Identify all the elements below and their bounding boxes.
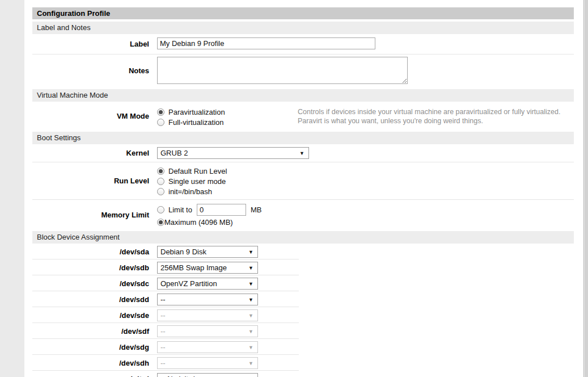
vm-mode-label: VM Mode	[32, 102, 153, 130]
device-label: initrd	[32, 371, 153, 377]
radio-unchecked-icon[interactable]	[157, 206, 164, 213]
device-field-area: -- ▼	[153, 339, 574, 355]
dropdown-arrow-icon: ▼	[248, 313, 253, 319]
memory-limit-input[interactable]	[197, 204, 246, 216]
device-select-initrd[interactable]: -- No initrd -- ▼	[157, 373, 258, 377]
limit-to-label: Limit to	[168, 206, 192, 214]
run-level-option-default[interactable]: Default Run Level	[157, 166, 574, 176]
notes-field-area	[153, 55, 574, 87]
run-level-option-init-bin-bash[interactable]: init=/bin/bash	[157, 186, 574, 196]
section-heading-boot-settings: Boot Settings	[32, 132, 574, 144]
section-heading-block-device-assignment: Block Device Assignment	[32, 231, 574, 244]
dropdown-arrow-icon: ▼	[248, 329, 253, 334]
device-selected-value: Debian 9 Disk	[160, 248, 245, 256]
device-field-area: Debian 9 Disk ▼	[153, 244, 574, 259]
device-label: /dev/sdc	[32, 275, 153, 291]
device-row-initrd: initrd -- No initrd -- ▼	[32, 371, 574, 377]
dropdown-arrow-icon: ▼	[299, 150, 304, 156]
device-row-sdb: /dev/sdb 256MB Swap Image ▼	[32, 259, 574, 275]
memory-limit-label: Memory Limit	[32, 200, 153, 230]
device-selected-value: --	[160, 343, 245, 351]
run-level-label: Run Level	[32, 162, 153, 199]
radio-unchecked-icon[interactable]	[157, 119, 164, 126]
radio-unchecked-icon[interactable]	[157, 188, 164, 195]
page: Configuration Profile Label and Notes La…	[0, 0, 588, 377]
device-field-area: -- ▼	[153, 291, 574, 307]
radio-option-label: Full-virtualization	[168, 118, 224, 127]
device-select-sda[interactable]: Debian 9 Disk ▼	[157, 246, 258, 258]
dropdown-arrow-icon: ▼	[248, 297, 253, 303]
radio-option-label: Maximum (4096 MB)	[164, 218, 233, 227]
dropdown-arrow-icon: ▼	[248, 345, 253, 350]
device-label: /dev/sdb	[32, 259, 153, 275]
radio-checked-icon[interactable]	[157, 219, 164, 226]
scrollbar-thumb[interactable]	[585, 0, 588, 377]
memory-limit-row: Memory Limit Limit to MB Maximum (4096 M…	[32, 200, 574, 230]
device-field-area: -- No initrd -- ▼	[153, 371, 574, 377]
label-field-label: Label	[32, 34, 153, 54]
device-row-sde: /dev/sde -- ▼	[32, 307, 574, 323]
device-select-sdf: -- ▼	[157, 325, 258, 337]
radio-option-label: Paravirtualization	[168, 108, 225, 116]
device-label: /dev/sde	[32, 307, 153, 323]
device-label: /dev/sdg	[32, 339, 153, 355]
label-row: Label	[32, 34, 574, 55]
device-selected-value: --	[160, 327, 245, 336]
help-line: Controls if devices inside your virtual …	[298, 107, 574, 116]
radio-unchecked-icon[interactable]	[157, 178, 164, 185]
memory-limit-option-maximum[interactable]: Maximum (4096 MB)	[157, 217, 574, 227]
device-select-sdh: -- ▼	[157, 357, 258, 369]
device-selected-value: --	[160, 295, 245, 304]
device-select-sdd[interactable]: -- ▼	[157, 294, 258, 305]
device-row-sdg: /dev/sdg -- ▼	[32, 339, 574, 355]
device-selected-value: --	[160, 311, 245, 320]
device-label: /dev/sda	[32, 244, 153, 259]
label-input[interactable]	[157, 37, 375, 49]
section-heading-virtual-machine-mode: Virtual Machine Mode	[32, 89, 574, 102]
section-heading-label-and-notes: Label and Notes	[32, 22, 574, 34]
vm-mode-row: VM Mode Paravirtualization Full-virtuali…	[32, 102, 574, 130]
vertical-scrollbar[interactable]	[583, 0, 588, 377]
radio-checked-icon[interactable]	[157, 108, 164, 116]
device-field-area: OpenVZ Partition ▼	[153, 275, 574, 291]
device-field-area: -- ▼	[153, 355, 574, 371]
memory-limit-options: Limit to MB Maximum (4096 MB)	[153, 200, 574, 230]
help-line: Paravirt is what you want, unless you're…	[298, 116, 574, 125]
dropdown-arrow-icon: ▼	[248, 281, 253, 287]
device-select-sdg: -- ▼	[157, 341, 258, 353]
form-title: Configuration Profile	[32, 7, 574, 19]
memory-limit-option-limit-to[interactable]: Limit to MB	[157, 203, 574, 216]
device-row-sdf: /dev/sdf -- ▼	[32, 323, 574, 339]
dropdown-arrow-icon: ▼	[248, 249, 253, 255]
device-selected-value: -- No initrd --	[160, 375, 245, 377]
dropdown-arrow-icon: ▼	[248, 361, 253, 366]
device-row-sda: /dev/sda Debian 9 Disk ▼	[32, 244, 574, 259]
device-row-sdh: /dev/sdh -- ▼	[32, 355, 574, 371]
device-label: /dev/sdf	[32, 323, 153, 339]
radio-option-label: Default Run Level	[168, 167, 227, 175]
notes-field-label: Notes	[32, 55, 153, 87]
run-level-options: Default Run Level Single user mode init=…	[153, 162, 574, 199]
dropdown-arrow-icon: ▼	[248, 265, 253, 271]
device-select-sdb[interactable]: 256MB Swap Image ▼	[157, 262, 258, 274]
device-field-area: -- ▼	[153, 323, 574, 339]
memory-unit-label: MB	[251, 206, 262, 214]
kernel-row: Kernel GRUB 2 ▼	[32, 144, 574, 162]
notes-textarea[interactable]	[157, 57, 408, 84]
device-select-sde: -- ▼	[157, 309, 258, 321]
label-field-area	[153, 34, 574, 54]
kernel-field-area: GRUB 2 ▼	[153, 144, 574, 162]
notes-row: Notes	[32, 55, 574, 87]
device-label: /dev/sdh	[32, 355, 153, 371]
device-row-sdd: /dev/sdd -- ▼	[32, 291, 574, 307]
device-select-sdc[interactable]: OpenVZ Partition ▼	[157, 278, 258, 290]
radio-checked-icon[interactable]	[157, 167, 164, 175]
kernel-select[interactable]: GRUB 2 ▼	[157, 147, 309, 159]
radio-option-label: Single user mode	[168, 177, 226, 186]
run-level-row: Run Level Default Run Level Single user …	[32, 162, 574, 200]
device-field-area: 256MB Swap Image ▼	[153, 259, 574, 275]
run-level-option-single-user[interactable]: Single user mode	[157, 176, 574, 186]
kernel-label: Kernel	[32, 144, 153, 162]
kernel-selected-value: GRUB 2	[160, 149, 296, 157]
configuration-profile-form: Configuration Profile Label and Notes La…	[32, 7, 574, 377]
